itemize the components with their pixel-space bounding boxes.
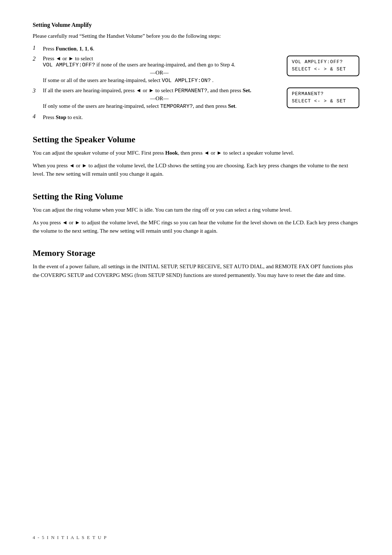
step-3-text: If all the users are hearing-impaired, p… <box>43 87 276 110</box>
step-1-num: 1 <box>33 45 43 51</box>
step-2-sub: VOL AMPLIFY:OFF? if none of the users ar… <box>43 62 276 68</box>
step-2-lcd: VOL AMPLIFY:OFF? SELECT <- > & SET <box>287 56 359 77</box>
step-2-text: Press ◄ or ► to select VOL AMPLIFY:OFF? … <box>43 56 276 84</box>
step-2-or: —OR— <box>43 70 276 76</box>
step-3: 3 If all the users are hearing-impaired,… <box>33 87 359 110</box>
step-2: 2 Press ◄ or ► to select VOL AMPLIFY:OFF… <box>33 56 359 84</box>
step-2-alt: If some or all of the users are hearing-… <box>43 77 276 84</box>
step-3-main: If all the users are hearing-impaired, p… <box>43 87 276 94</box>
ring-title: Setting the Ring Volume <box>33 192 359 201</box>
memory-p1: In the event of a power failure, all set… <box>33 262 359 279</box>
speaker-p2: When you press ◄ or ► to adjust the volu… <box>33 162 359 179</box>
footer: 4 - 5 I N I T I A L S E T U P <box>33 535 107 540</box>
step-4: 4 Press Stop to exit. <box>33 113 359 122</box>
step-2-num: 2 <box>33 56 43 62</box>
intro-paragraph: Please carefully read “Setting the Hands… <box>33 32 359 40</box>
speaker-p1: You can adjust the speaker volume of you… <box>33 149 359 157</box>
step-4-content: Press Stop to exit. <box>43 113 359 122</box>
step-2-content: Press ◄ or ► to select VOL AMPLIFY:OFF? … <box>43 56 359 84</box>
step-3-lcd-line1: PERMANENT? <box>292 90 354 98</box>
step-3-alt: If only some of the users are hearing-im… <box>43 103 276 110</box>
step-1: 1 Press Function, 1, 1, 6. <box>33 45 359 53</box>
speaker-title: Setting the Speaker Volume <box>33 135 359 144</box>
step-4-num: 4 <box>33 113 43 120</box>
ring-p1: You can adjust the ring volume when your… <box>33 206 359 214</box>
step-3-num: 3 <box>33 87 43 94</box>
ring-p2: As you press ◄ or ► to adjust the volume… <box>33 219 359 236</box>
step-3-lcd-line2: SELECT <- > & SET <box>292 98 354 105</box>
step-2-lcd-line1: VOL AMPLIFY:OFF? <box>292 58 354 66</box>
memory-title: Memory Storage <box>33 248 359 258</box>
step-3-lcd: PERMANENT? SELECT <- > & SET <box>287 87 359 109</box>
step-3-or: —OR— <box>43 95 276 102</box>
section-subtitle: Setting Volume Amplify <box>33 22 359 28</box>
step-3-content: If all the users are hearing-impaired, p… <box>43 87 359 110</box>
step-1-content: Press Function, 1, 1, 6. <box>43 45 359 53</box>
step-2-lcd-line2: SELECT <- > & SET <box>292 66 354 73</box>
step-2-main: Press ◄ or ► to select <box>43 56 276 62</box>
